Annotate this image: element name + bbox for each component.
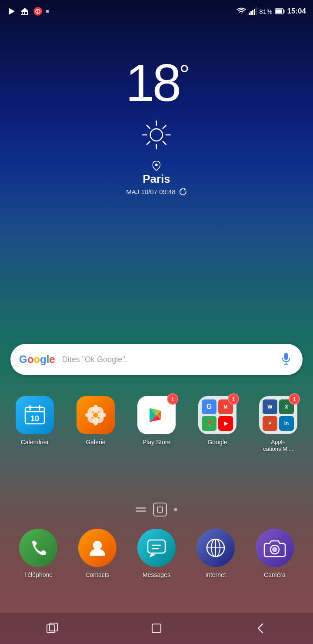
- dock: Téléphone Contacts: [0, 529, 313, 579]
- svg-marker-6: [21, 8, 28, 11]
- wifi-icon: [236, 7, 246, 15]
- home-indicator: [153, 503, 167, 517]
- svg-rect-51: [148, 540, 165, 553]
- svg-rect-10: [252, 10, 253, 15]
- sun-icon: [139, 117, 174, 154]
- svg-rect-8: [249, 13, 250, 15]
- calendrier-icon: 10: [16, 396, 54, 434]
- svg-line-22: [163, 141, 166, 144]
- galerie-icon: [77, 396, 115, 434]
- contacts-icon: [78, 529, 117, 567]
- mic-icon[interactable]: [281, 353, 294, 366]
- play-icon: [7, 7, 17, 16]
- dock-telephone[interactable]: Téléphone: [12, 529, 64, 579]
- svg-rect-62: [50, 623, 57, 631]
- svg-line-21: [147, 125, 150, 128]
- svg-point-44: [93, 413, 98, 418]
- update-time: MAJ 10/07 09:48: [126, 188, 186, 195]
- app-google-folder[interactable]: G M 📍 ▶ 1 Google: [191, 396, 243, 452]
- camera-icon: [256, 529, 294, 567]
- recents-button[interactable]: [41, 617, 63, 639]
- mi-folder-label: Appli-cations Mi...: [263, 439, 293, 452]
- back-button[interactable]: [250, 617, 272, 639]
- app-galerie[interactable]: Galerie: [70, 396, 122, 452]
- svg-rect-61: [47, 625, 55, 633]
- status-left: [7, 7, 49, 16]
- status-bar: 81% 15:04: [0, 0, 313, 23]
- dock-messages[interactable]: Messages: [130, 529, 183, 579]
- bank-icon: [20, 7, 30, 16]
- home-indicators: [136, 503, 177, 517]
- status-right: 81% 15:04: [236, 7, 306, 16]
- svg-marker-26: [184, 188, 186, 191]
- svg-rect-1: [21, 11, 28, 12]
- notification-icon: [33, 7, 43, 16]
- svg-rect-2: [22, 12, 23, 14]
- battery-icon: [275, 8, 285, 14]
- galerie-label: Galerie: [86, 439, 105, 446]
- signal-icon: [249, 7, 256, 15]
- telephone-icon: [19, 529, 57, 567]
- nav-bar: [0, 613, 313, 644]
- calendrier-label: Calendrier: [21, 439, 49, 446]
- messages-icon: [137, 529, 176, 567]
- weather-widget: 18° Paris MAJ 10/07 09:48: [126, 57, 187, 195]
- playstore-label: Play Store: [143, 439, 171, 446]
- svg-rect-15: [276, 10, 282, 13]
- dock-contacts[interactable]: Contacts: [71, 529, 123, 579]
- svg-point-25: [155, 164, 158, 166]
- svg-rect-27: [284, 353, 288, 360]
- refresh-icon: [179, 188, 187, 195]
- svg-line-23: [163, 125, 166, 128]
- app-grid: 10 Calendrier: [0, 396, 313, 452]
- svg-marker-54: [150, 553, 156, 557]
- google-folder-badge: 1: [228, 393, 239, 405]
- svg-rect-9: [250, 11, 252, 15]
- google-folder-label: Google: [207, 439, 227, 446]
- svg-rect-3: [24, 12, 25, 14]
- camera-label: Caméra: [264, 571, 286, 579]
- svg-rect-4: [27, 12, 28, 14]
- svg-rect-5: [21, 14, 28, 15]
- clock: 15:04: [287, 7, 306, 16]
- playstore-badge: 1: [167, 393, 178, 405]
- app-playstore[interactable]: 1 Play Store: [130, 396, 183, 452]
- svg-point-50: [93, 541, 101, 549]
- svg-marker-0: [9, 8, 15, 15]
- svg-rect-63: [152, 624, 161, 633]
- battery-level: 81%: [259, 8, 272, 15]
- google-logo: Google: [19, 353, 55, 366]
- temperature-display: 18°: [126, 57, 187, 109]
- telephone-label: Téléphone: [24, 571, 53, 579]
- search-placeholder[interactable]: Dites "Ok Google".: [62, 355, 281, 364]
- home-button[interactable]: [146, 617, 167, 639]
- page-dot: [174, 508, 177, 511]
- contacts-label: Contacts: [85, 571, 109, 579]
- internet-label: Internet: [205, 571, 226, 579]
- svg-text:10: 10: [30, 414, 39, 423]
- svg-rect-12: [256, 7, 256, 15]
- google-search-bar[interactable]: Google Dites "Ok Google".: [10, 344, 303, 375]
- status-dot: [46, 10, 49, 13]
- pages-indicator: [136, 507, 146, 512]
- svg-rect-14: [283, 10, 284, 13]
- messages-label: Messages: [143, 571, 170, 579]
- city-name: Paris: [143, 172, 170, 186]
- mi-folder-badge: 1: [289, 393, 300, 405]
- dock-camera[interactable]: Caméra: [249, 529, 301, 579]
- internet-icon: [196, 529, 235, 567]
- svg-line-24: [147, 141, 150, 144]
- svg-point-16: [150, 129, 163, 141]
- app-mi-folder[interactable]: W X P in 1 Appli-cations Mi...: [252, 396, 304, 452]
- svg-point-60: [272, 547, 277, 552]
- location-pin-icon: [153, 161, 160, 171]
- app-calendrier[interactable]: 10 Calendrier: [9, 396, 61, 452]
- dock-internet[interactable]: Internet: [190, 529, 242, 579]
- svg-rect-11: [254, 9, 255, 15]
